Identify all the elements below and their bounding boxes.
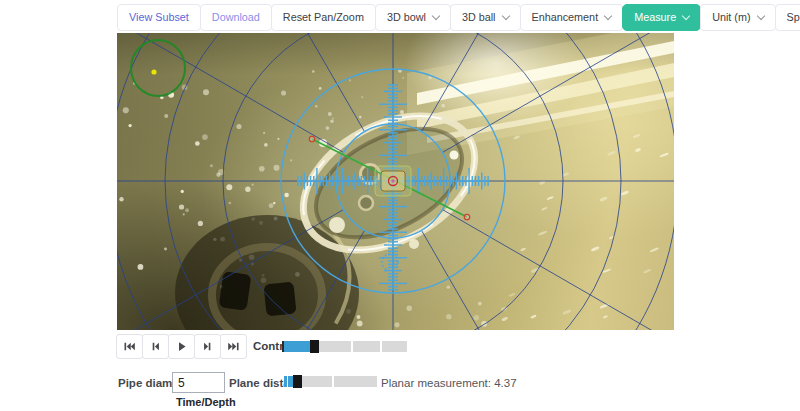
planar-measurement: Planar measurement: 4.37: [381, 377, 517, 389]
chevron-down-icon: [682, 12, 690, 20]
toolbar-enhancement-button[interactable]: Enhancement: [520, 4, 624, 31]
chevron-down-icon: [604, 12, 612, 20]
skip-end-button[interactable]: [220, 334, 247, 359]
toolbar-button-label: Reset Pan/Zoom: [283, 12, 364, 23]
toolbar-reset-pan-zoom-button[interactable]: Reset Pan/Zoom: [271, 4, 376, 31]
step-back-button[interactable]: [142, 334, 169, 359]
calibration-dot: [151, 69, 156, 74]
toolbar-3d-ball-button[interactable]: 3D ball: [450, 4, 521, 31]
step-forward-button[interactable]: [194, 334, 221, 359]
plane-distance-slider-thumb[interactable]: [293, 375, 302, 388]
planar-measurement-value: 4.37: [494, 377, 516, 389]
toolbar-button-label: Speed (1x): [787, 12, 800, 23]
toolbar-unit-m-button[interactable]: Unit (m): [700, 4, 775, 31]
toolbar-speed-1x-button[interactable]: Speed (1x): [775, 4, 800, 31]
toolbar-button-label: 3D ball: [462, 12, 496, 23]
measure-endpoint[interactable]: [309, 136, 314, 141]
plane-distance-slider[interactable]: [284, 375, 377, 388]
playback-controls: [116, 334, 247, 359]
measurement-overlay: [117, 33, 674, 330]
toolbar-measure-button[interactable]: Measure: [622, 4, 701, 31]
skip-start-button[interactable]: [116, 334, 143, 359]
toolbar-view-subset-button[interactable]: View Subset: [117, 4, 201, 31]
toolbar: View SubsetDownloadReset Pan/Zoom3D bowl…: [117, 4, 800, 31]
toolbar-button-label: Unit (m): [712, 12, 750, 23]
toolbar-button-label: View Subset: [129, 12, 189, 23]
play-icon: [174, 339, 189, 354]
toolbar-button-label: Download: [212, 12, 260, 23]
inspection-app: View SubsetDownloadReset Pan/Zoom3D bowl…: [0, 0, 800, 411]
chevron-down-icon: [501, 12, 509, 20]
toolbar-button-label: 3D bowl: [387, 12, 426, 23]
inspection-video-frame[interactable]: [117, 33, 674, 330]
toolbar-download-button[interactable]: Download: [200, 4, 272, 31]
measure-endpoint[interactable]: [464, 214, 469, 219]
chevron-down-icon: [756, 12, 764, 20]
toolbar-button-label: Measure: [634, 12, 676, 23]
calibration-circle: [131, 40, 185, 96]
contrast-slider-thumb[interactable]: [310, 340, 319, 353]
step-forward-icon: [200, 339, 215, 354]
chevron-down-icon: [432, 12, 440, 20]
step-back-icon: [148, 339, 163, 354]
contrast-slider[interactable]: [282, 340, 407, 353]
skip-start-icon: [122, 339, 137, 354]
toolbar-button-label: Enhancement: [532, 12, 599, 23]
skip-end-icon: [226, 339, 241, 354]
play-button[interactable]: [168, 334, 195, 359]
planar-measurement-label: Planar measurement:: [381, 377, 491, 389]
time-depth-label: Time/Depth: [176, 396, 236, 408]
toolbar-3d-bowl-button[interactable]: 3D bowl: [375, 4, 451, 31]
pipe-diameter-input[interactable]: [172, 372, 225, 393]
